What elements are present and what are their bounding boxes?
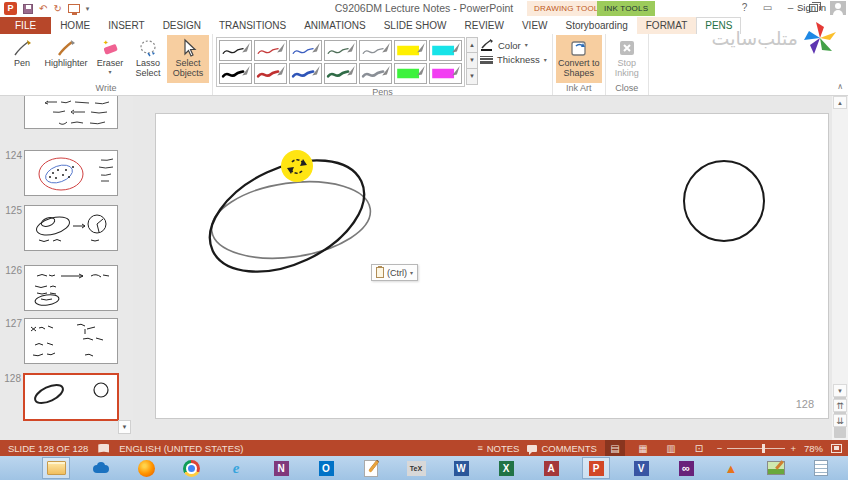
- normal-view-button[interactable]: ▤: [605, 440, 625, 456]
- ink-art-group: Convert to Shapes Ink Art: [553, 34, 606, 95]
- help-button[interactable]: ?: [735, 1, 754, 15]
- slide-canvas[interactable]: (Ctrl) ▾ 128: [155, 113, 829, 419]
- comments-button[interactable]: COMMENTS: [527, 443, 596, 454]
- thumbnail-slide-123[interactable]: 123: [24, 96, 118, 129]
- taskbar-visio-icon[interactable]: V: [627, 457, 655, 479]
- zoom-in-button[interactable]: +: [790, 443, 796, 454]
- taskbar-texworks-icon[interactable]: TeX: [402, 457, 430, 479]
- thickness-button[interactable]: Thickness ▾: [480, 54, 547, 65]
- pen-button[interactable]: Pen: [3, 35, 41, 83]
- powerpoint-app-icon[interactable]: P: [4, 2, 17, 15]
- pen-swatch-3-pen[interactable]: [289, 40, 322, 61]
- pen-swatch-14-highlighter[interactable]: [429, 63, 462, 84]
- zoom-out-button[interactable]: −: [717, 443, 723, 454]
- gallery-scroll-down-button[interactable]: ▼: [466, 53, 478, 69]
- scroll-down-button[interactable]: ▼: [833, 384, 847, 397]
- comments-icon: [527, 445, 537, 452]
- undo-icon[interactable]: ↶: [39, 2, 47, 15]
- thumbnail-scroll-down-button[interactable]: ▼: [118, 420, 131, 434]
- previous-slide-button[interactable]: ⇈: [833, 399, 847, 412]
- tab-storyboarding[interactable]: Storyboarding: [557, 17, 637, 34]
- pen-swatch-6-highlighter[interactable]: [394, 40, 427, 61]
- slide-thumbnail-panel: 123 124: [0, 96, 133, 440]
- lasso-select-button[interactable]: Lasso Select: [129, 35, 167, 83]
- taskbar-notepad-icon[interactable]: [807, 457, 835, 479]
- eraser-button[interactable]: ✦ Eraser ▾: [91, 35, 129, 83]
- pen-swatch-12-pen[interactable]: [359, 63, 392, 84]
- gallery-more-button[interactable]: ▼: [466, 69, 478, 85]
- taskbar-internet-explorer-icon[interactable]: e: [222, 457, 250, 479]
- ribbon-display-options-button[interactable]: ▭: [758, 1, 777, 15]
- spell-check-icon[interactable]: [98, 444, 109, 453]
- notes-button[interactable]: ≡NOTES: [477, 443, 519, 454]
- thumbnail-slide-126[interactable]: 126: [24, 265, 118, 311]
- tab-insert[interactable]: INSERT: [99, 17, 154, 34]
- select-objects-button[interactable]: Select Objects: [167, 35, 209, 83]
- taskbar-matlab-icon[interactable]: ▲: [717, 457, 745, 479]
- rotate-handle[interactable]: [281, 150, 313, 182]
- start-slideshow-icon[interactable]: [68, 4, 80, 13]
- pen-swatch-9-pen[interactable]: [254, 63, 287, 84]
- tab-design[interactable]: DESIGN: [154, 17, 210, 34]
- zoom-thumb[interactable]: [762, 444, 765, 453]
- zoom-track[interactable]: [727, 448, 785, 449]
- taskbar-image-editor-icon[interactable]: [762, 457, 790, 479]
- reading-view-button[interactable]: ▥: [661, 440, 681, 456]
- sign-in-link[interactable]: Sign in: [797, 2, 826, 13]
- thumbnail-slide-127[interactable]: 127: [24, 318, 118, 364]
- tab-animations[interactable]: ANIMATIONS: [295, 17, 374, 34]
- language-indicator[interactable]: ENGLISH (UNITED STATES): [119, 443, 243, 454]
- redo-icon[interactable]: ↻: [53, 2, 61, 15]
- taskbar-onenote-icon[interactable]: N: [267, 457, 295, 479]
- color-button[interactable]: Color ▾: [480, 39, 547, 51]
- gallery-scroll-up-button[interactable]: ▲: [466, 37, 478, 53]
- slide-counter[interactable]: SLIDE 128 OF 128: [8, 443, 88, 454]
- next-slide-button[interactable]: ⇊: [833, 414, 847, 427]
- slide-sorter-view-button[interactable]: ▦: [633, 440, 653, 456]
- convert-to-shapes-button[interactable]: Convert to Shapes: [556, 35, 602, 83]
- slideshow-view-button[interactable]: ⊡: [689, 440, 709, 456]
- taskbar-word-icon[interactable]: W: [447, 457, 475, 479]
- taskbar-file-explorer-icon[interactable]: [42, 457, 70, 479]
- scroll-up-button[interactable]: ▲: [833, 96, 847, 109]
- pen-swatch-13-highlighter[interactable]: [394, 63, 427, 84]
- taskbar-excel-icon[interactable]: X: [492, 457, 520, 479]
- taskbar-outlook-icon[interactable]: O: [312, 457, 340, 479]
- taskbar-onedrive-icon[interactable]: [87, 457, 115, 479]
- taskbar-firefox-icon[interactable]: [132, 457, 160, 479]
- pen-swatch-11-pen[interactable]: [324, 63, 357, 84]
- pen-swatch-5-pen[interactable]: [359, 40, 392, 61]
- taskbar-powerpoint-icon[interactable]: P: [582, 457, 610, 479]
- tab-format[interactable]: FORMAT: [637, 17, 696, 34]
- taskbar-visual-studio-icon[interactable]: ∞: [672, 457, 700, 479]
- fit-slide-to-window-button[interactable]: [831, 444, 842, 453]
- pen-swatch-4-pen[interactable]: [324, 40, 357, 61]
- save-icon[interactable]: [23, 4, 33, 14]
- tab-review[interactable]: REVIEW: [455, 17, 512, 34]
- thumbnail-slide-128[interactable]: 128: [23, 373, 119, 421]
- taskbar-chrome-icon[interactable]: [177, 457, 205, 479]
- tab-view[interactable]: VIEW: [513, 17, 557, 34]
- tab-pens[interactable]: PENS: [696, 17, 741, 34]
- customize-qat-icon[interactable]: ▾: [86, 2, 90, 15]
- highlighter-button[interactable]: Highlighter: [41, 35, 91, 83]
- taskbar-windows-journal-icon[interactable]: [357, 457, 385, 479]
- pen-swatch-10-pen[interactable]: [289, 63, 322, 84]
- pen-swatch-2-pen[interactable]: [254, 40, 287, 61]
- tab-home[interactable]: HOME: [51, 17, 99, 34]
- slide-number: 128: [796, 398, 814, 410]
- thumbnail-slide-124[interactable]: 124: [24, 150, 118, 196]
- stop-inking-button[interactable]: Stop Inking: [609, 35, 645, 83]
- pen-swatch-1-pen[interactable]: [219, 40, 252, 61]
- pen-swatch-7-highlighter[interactable]: [429, 40, 462, 61]
- thumbnail-slide-125[interactable]: 125: [24, 205, 118, 251]
- zoom-percentage[interactable]: 78%: [804, 443, 823, 454]
- taskbar-access-icon[interactable]: A: [537, 457, 565, 479]
- tab-file[interactable]: FILE: [0, 17, 51, 34]
- paste-options-button[interactable]: (Ctrl) ▾: [371, 264, 418, 281]
- tab-slide-show[interactable]: SLIDE SHOW: [375, 17, 456, 34]
- account-avatar[interactable]: [830, 1, 846, 15]
- pen-swatch-8-pen[interactable]: [219, 63, 252, 84]
- collapse-ribbon-button[interactable]: ∧: [837, 82, 843, 91]
- tab-transitions[interactable]: TRANSITIONS: [210, 17, 295, 34]
